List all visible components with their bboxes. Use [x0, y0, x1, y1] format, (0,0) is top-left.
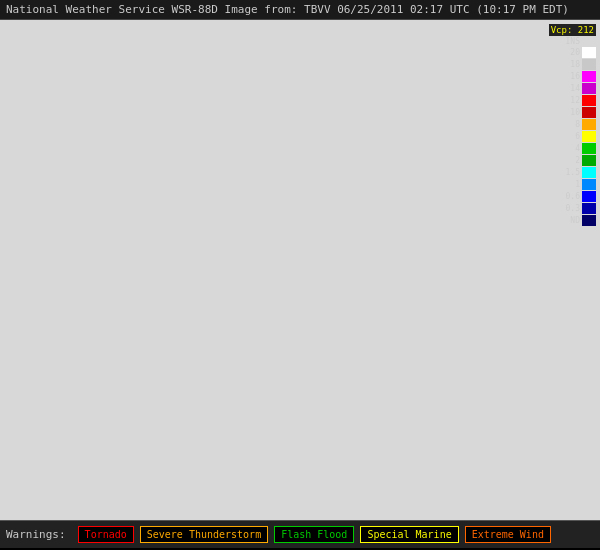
legend-row-label: 2: [558, 156, 580, 165]
legend-row-swatch: [582, 215, 596, 226]
legend-row: 1.5: [549, 166, 596, 178]
legend-row-label: 4: [558, 144, 580, 153]
radar-image: [0, 20, 600, 520]
legend-row-swatch: [582, 179, 596, 190]
color-legend: Vcp: 212 INS 20181614121086421.510.60.3N…: [549, 24, 596, 226]
legend-row-label: 8: [558, 120, 580, 129]
legend-row-label: 1.5: [558, 168, 580, 177]
legend-row: ND: [549, 214, 596, 226]
legend-row-label: 10: [558, 108, 580, 117]
header-text: National Weather Service WSR-88D Image f…: [6, 3, 569, 16]
legend-row-label: 16: [558, 72, 580, 81]
legend-row-label: 14: [558, 84, 580, 93]
legend-row-swatch: [582, 47, 596, 58]
legend-row: 1: [549, 178, 596, 190]
legend-row: 0.6: [549, 190, 596, 202]
legend-row-label: 6: [558, 132, 580, 141]
warnings-label: Warnings:: [6, 528, 66, 541]
legend-row-swatch: [582, 203, 596, 214]
legend-ins-label: INS: [549, 37, 596, 46]
legend-row: 10: [549, 106, 596, 118]
warning-btn-flash-flood[interactable]: Flash Flood: [274, 526, 354, 543]
legend-rows: 20181614121086421.510.60.3ND: [549, 46, 596, 226]
legend-row-swatch: [582, 83, 596, 94]
legend-row: 2: [549, 154, 596, 166]
legend-row: 16: [549, 70, 596, 82]
warning-btn-tornado[interactable]: Tornado: [78, 526, 134, 543]
legend-row: 6: [549, 130, 596, 142]
legend-row-label: ND: [558, 216, 580, 225]
warning-btn-special-marine[interactable]: Special Marine: [360, 526, 458, 543]
legend-title: Vcp: 212: [549, 24, 596, 36]
legend-row-swatch: [582, 131, 596, 142]
legend-row-label: 0.3: [558, 204, 580, 213]
legend-row-swatch: [582, 155, 596, 166]
header-bar: National Weather Service WSR-88D Image f…: [0, 0, 600, 20]
legend-row-swatch: [582, 107, 596, 118]
legend-row-swatch: [582, 71, 596, 82]
legend-row: 8: [549, 118, 596, 130]
legend-row-label: 0.6: [558, 192, 580, 201]
legend-row-swatch: [582, 119, 596, 130]
legend-row-swatch: [582, 167, 596, 178]
legend-row-swatch: [582, 95, 596, 106]
footer-bar: Warnings: TornadoSevere ThunderstormFlas…: [0, 520, 600, 548]
legend-row: 14: [549, 82, 596, 94]
legend-row-swatch: [582, 143, 596, 154]
legend-row-swatch: [582, 191, 596, 202]
legend-row: 4: [549, 142, 596, 154]
legend-row-swatch: [582, 59, 596, 70]
warning-btn-severe-thunderstorm[interactable]: Severe Thunderstorm: [140, 526, 268, 543]
legend-row-label: 18: [558, 60, 580, 69]
legend-row-label: 1: [558, 180, 580, 189]
legend-row: 12: [549, 94, 596, 106]
legend-row: 20: [549, 46, 596, 58]
legend-row: 18: [549, 58, 596, 70]
legend-row: 0.3: [549, 202, 596, 214]
legend-row-label: 12: [558, 96, 580, 105]
warning-buttons: TornadoSevere ThunderstormFlash FloodSpe…: [78, 526, 551, 543]
radar-display: Vcp: 212 INS 20181614121086421.510.60.3N…: [0, 20, 600, 520]
warning-btn-extreme-wind[interactable]: Extreme Wind: [465, 526, 551, 543]
legend-row-label: 20: [558, 48, 580, 57]
